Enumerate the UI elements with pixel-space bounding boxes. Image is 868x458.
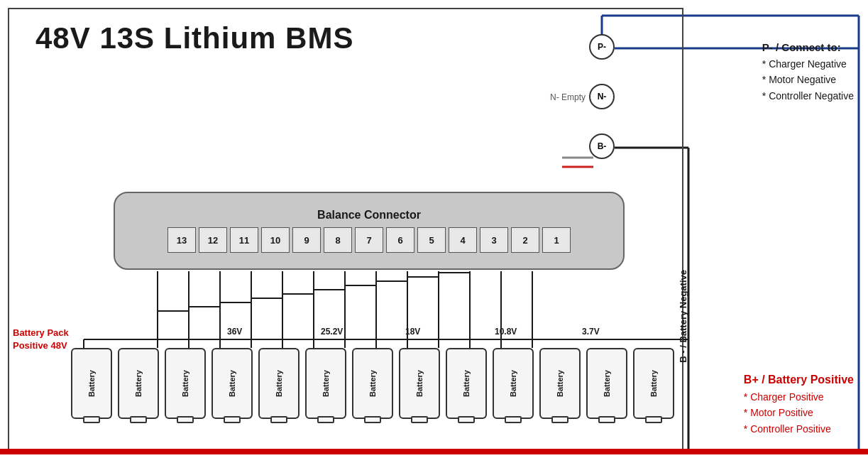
terminal-b-minus: B- <box>589 133 615 159</box>
p-minus-item-3: * Controller Negative <box>762 88 854 104</box>
connector-pin-13: 13 <box>167 227 196 253</box>
voltage-label-18v: 18V <box>405 327 420 337</box>
battery-cell-13: Battery <box>633 348 674 419</box>
battery-cell-8: Battery <box>399 348 440 419</box>
connector-pin-5: 5 <box>417 227 446 253</box>
connector-pin-1: 1 <box>542 227 571 253</box>
n-empty-label: N- Empty <box>550 92 586 102</box>
battery-pack-label: Battery Pack Positive 48V <box>13 327 77 352</box>
red-bottom-bar <box>0 449 868 454</box>
b-plus-header: B+ / Battery Positive <box>744 371 854 389</box>
connector-pin-11: 11 <box>230 227 258 253</box>
voltage-label-36v: 36V <box>227 327 242 337</box>
balance-connector: Balance Connector 13121110987654321 <box>114 192 625 270</box>
b-plus-item-2: * Motor Positive <box>744 405 854 420</box>
connector-pin-4: 4 <box>449 227 477 253</box>
voltage-label-10v: 10.8V <box>495 327 517 337</box>
p-minus-header: P- / Connect to: <box>762 39 854 56</box>
battery-cell-10: Battery <box>493 348 534 419</box>
battery-cell-3: Battery <box>165 348 206 419</box>
connector-pin-12: 12 <box>199 227 227 253</box>
battery-cell-7: Battery <box>352 348 393 419</box>
page-title: 48V 13S Lithium BMS <box>35 21 353 55</box>
batteries-row: BatteryBatteryBatteryBatteryBatteryBatte… <box>71 348 674 419</box>
battery-cell-4: Battery <box>211 348 253 419</box>
voltage-label-3v: 3.7V <box>582 327 600 337</box>
connector-pin-9: 9 <box>292 227 321 253</box>
battery-cell-5: Battery <box>258 348 300 419</box>
connector-pin-2: 2 <box>511 227 539 253</box>
b-plus-connect-info: B+ / Battery Positive * Charger Positive… <box>744 371 854 437</box>
p-minus-item-1: * Charger Negative <box>762 56 854 72</box>
p-minus-item-2: * Motor Negative <box>762 72 854 87</box>
b-battery-neg-label: B - / Battery Negative <box>678 270 688 363</box>
terminal-p-minus: P- <box>589 34 615 60</box>
terminal-n-minus: N- <box>589 84 615 109</box>
battery-cell-2: Battery <box>118 348 159 419</box>
connector-pin-10: 10 <box>261 227 290 253</box>
b-plus-item-1: * Charger Positive <box>744 389 854 405</box>
b-plus-item-3: * Controller Positive <box>744 421 854 437</box>
connector-pin-3: 3 <box>480 227 508 253</box>
balance-connector-title: Balance Connector <box>317 209 421 222</box>
battery-cell-6: Battery <box>305 348 346 419</box>
connector-pins: 13121110987654321 <box>167 227 571 253</box>
battery-cell-9: Battery <box>446 348 487 419</box>
voltage-label-25v: 25.2V <box>321 327 343 337</box>
battery-cell-1: Battery <box>71 348 112 419</box>
p-minus-connect-info: P- / Connect to: * Charger Negative * Mo… <box>762 39 854 104</box>
connector-pin-6: 6 <box>386 227 414 253</box>
battery-cell-11: Battery <box>539 348 581 419</box>
connector-pin-7: 7 <box>355 227 383 253</box>
connector-pin-8: 8 <box>324 227 352 253</box>
main-container: 48V 13S Lithium BMS SuPower Battery P- N… <box>0 0 868 458</box>
battery-cell-12: Battery <box>586 348 627 419</box>
